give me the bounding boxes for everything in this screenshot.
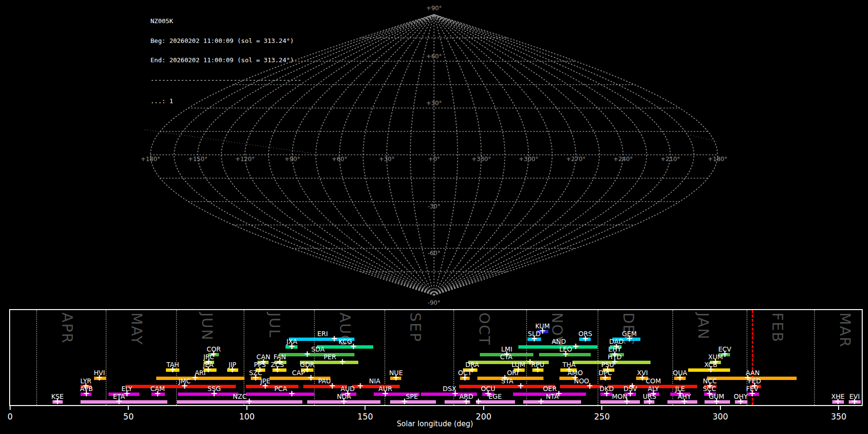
shower-label-cap: CAP xyxy=(292,370,305,377)
shower-label-per: PER xyxy=(324,354,336,361)
shower-label-psu: PSU xyxy=(601,362,614,368)
shower-bar-pca xyxy=(246,393,314,396)
month-line-dec xyxy=(597,310,598,405)
x-tick-label-50: 50 xyxy=(123,412,134,421)
lon-label-12: +180° xyxy=(708,155,728,163)
shower-label-tha: THA xyxy=(562,362,576,368)
peak-marker-ege: + xyxy=(475,397,482,406)
lon-label-8: +300° xyxy=(519,155,539,163)
month-line-jan xyxy=(672,310,673,405)
month-line-aug xyxy=(314,310,315,405)
peak-marker-cap: + xyxy=(308,374,314,382)
lon-label-5: +30° xyxy=(379,155,395,163)
peak-marker-nzc: + xyxy=(246,397,253,406)
shower-label-sld: SLD xyxy=(528,331,541,338)
x-tick-label-250: 250 xyxy=(594,412,610,421)
peak-marker-sda: + xyxy=(304,350,311,358)
shower-label-ely: ELY xyxy=(122,386,133,393)
lon-label-0: +180° xyxy=(141,155,161,163)
shower-label-gem: GEM xyxy=(622,331,637,338)
month-label-jan: JAN xyxy=(695,312,712,340)
shower-label-aly: ALY xyxy=(648,386,659,393)
faint-reference-curve-1 xyxy=(691,135,718,142)
lon-label-6: +0° xyxy=(428,155,440,163)
shower-label-com: COM xyxy=(646,378,661,385)
shower-label-jxa: JXA xyxy=(286,339,297,345)
x-tick-0 xyxy=(10,406,11,410)
shower-label-dsx: DSX xyxy=(443,386,456,393)
shower-label-jip: JIP xyxy=(229,362,236,368)
x-tick-350 xyxy=(838,406,839,410)
shower-label-oer: OER xyxy=(543,386,557,393)
x-tick-50 xyxy=(128,406,129,410)
lon-label-11: +210° xyxy=(661,155,680,163)
shower-label-hvi: HVI xyxy=(94,370,105,377)
shower-bar-jpe xyxy=(246,385,298,388)
lon-label-3: +90° xyxy=(285,155,300,163)
shower-label-ehy: EHY xyxy=(608,346,621,353)
shower-label-sda: SDA xyxy=(311,346,325,353)
lat-label-60: +60° xyxy=(426,53,442,60)
shower-label-nia: NIA xyxy=(369,378,380,385)
shower-bar-spe xyxy=(390,400,436,404)
month-label-jun: JUN xyxy=(199,312,216,341)
shower-label-kse: KSE xyxy=(51,393,64,400)
shower-label-and: AND xyxy=(552,339,566,345)
shower-label-cor: COR xyxy=(206,346,220,353)
shower-label-scc: SCC xyxy=(703,386,716,393)
shower-label-gdr: GDR xyxy=(300,362,314,368)
shower-label-ssg: SSG xyxy=(207,386,221,393)
shower-label-jle: JLE xyxy=(675,386,685,393)
x-tick-label-150: 150 xyxy=(357,412,373,421)
lat-label-90: +90° xyxy=(426,4,442,12)
shower-label-eta: ETA xyxy=(113,393,125,400)
peak-marker-nia: + xyxy=(357,382,364,390)
shower-label-dkd: DKD xyxy=(599,386,614,393)
shower-label-evi: EVI xyxy=(849,393,860,400)
shower-label-eri: ERI xyxy=(317,331,328,338)
shower-label-noo: NOO xyxy=(574,378,589,385)
shower-label-zcs: ZCS xyxy=(271,362,284,368)
peak-marker-nta: + xyxy=(538,397,544,406)
shower-label-xcb: XCB xyxy=(705,362,718,368)
shower-label-jmc: JMC xyxy=(178,378,190,385)
shower-label-dpc: DPC xyxy=(598,370,612,377)
shower-label-lum: LUM xyxy=(512,362,525,368)
meteor-activity-screen: { "header": { "station": "NZ005K", "beg_… xyxy=(0,0,868,434)
activity-timeline: Solar longitude (deg) APRMAYJUNJULAUGSEP… xyxy=(9,309,863,406)
shower-bar-mon xyxy=(600,400,640,404)
shower-bar-nzc xyxy=(177,400,302,404)
lat-label--30: -30° xyxy=(428,203,441,210)
shower-label-ahy: AHY xyxy=(678,393,691,400)
shower-label-jea: JEA xyxy=(203,362,214,368)
x-tick-100 xyxy=(246,406,247,410)
shower-label-ncc: NCC xyxy=(703,378,717,385)
shower-bar-sta xyxy=(459,385,555,388)
month-label-feb: FEB xyxy=(769,312,786,343)
lon-label-7: +330° xyxy=(472,155,491,163)
shower-label-leo: LEO xyxy=(559,346,572,353)
month-line-jun xyxy=(176,310,177,405)
x-tick-label-100: 100 xyxy=(239,412,255,421)
shower-label-xum: XUM xyxy=(708,354,723,361)
month-label-may: MAY xyxy=(128,312,145,345)
shower-label-jrc: JRC xyxy=(203,354,214,361)
month-line-mar xyxy=(814,310,815,405)
peak-marker-and: + xyxy=(572,342,579,351)
shower-label-xvi: XVI xyxy=(637,370,648,377)
x-tick-label-0: 0 xyxy=(8,412,13,421)
x-tick-250 xyxy=(601,406,602,410)
shower-label-ohy: OHY xyxy=(733,393,747,400)
month-label-jul: JUL xyxy=(266,312,283,339)
shower-bar-and xyxy=(518,345,597,349)
shower-label-qua: QUA xyxy=(673,370,687,377)
x-tick-300 xyxy=(720,406,721,410)
shower-label-mon: MON xyxy=(612,393,627,400)
lon-label-10: +240° xyxy=(613,155,633,163)
shower-label-kcg: KCG xyxy=(339,339,352,345)
shower-label-cta: CTA xyxy=(500,354,513,361)
lon-label-1: +150° xyxy=(188,155,208,163)
peak-marker-pca: + xyxy=(288,390,295,398)
month-label-oct: OCT xyxy=(476,312,493,346)
shower-label-spe: SPE xyxy=(406,393,418,400)
